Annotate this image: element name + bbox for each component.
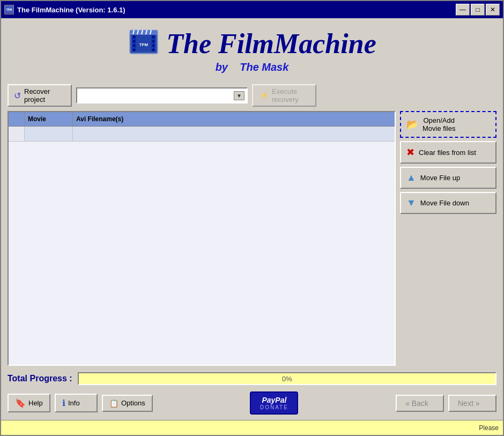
bottom-toolbar: 🔖 Help ℹ Info 📋 Options PayPal DONATE « …: [8, 391, 496, 415]
main-area: Movie Avi Filename(s) 📂 Open/AddMovie f: [8, 111, 496, 366]
col-check-header: [9, 112, 25, 126]
logo-icon: TFM: [128, 29, 160, 59]
svg-text:TFM: TFM: [139, 42, 149, 47]
execute-label: Executerecovery: [272, 87, 299, 104]
file-table: Movie Avi Filename(s): [8, 111, 396, 366]
execute-recovery-button[interactable]: ⚡ Executerecovery: [252, 84, 316, 107]
header-section: TFM The FilmMachine by The Mask: [8, 24, 496, 77]
title-bar-left: TFM The FilmMachine (Version: 1.6.1): [4, 5, 125, 14]
col-movie-header: Movie: [25, 112, 73, 126]
subtitle: by The Mask: [216, 61, 289, 73]
info-button[interactable]: ℹ Info: [55, 394, 98, 412]
options-icon: 📋: [109, 399, 118, 408]
back-button[interactable]: « Back: [396, 395, 444, 412]
clear-files-button[interactable]: ✖ Clear files from list: [400, 141, 496, 164]
svg-rect-13: [152, 45, 154, 47]
clear-icon: ✖: [406, 146, 414, 158]
side-buttons: 📂 Open/AddMovie files ✖ Clear files from…: [400, 111, 496, 366]
app-icon: TFM: [4, 5, 14, 14]
logo-row: TFM The FilmMachine: [128, 29, 376, 59]
table-row[interactable]: [9, 127, 395, 142]
progress-value: 0%: [282, 375, 292, 383]
clear-files-label: Clear files from list: [419, 149, 476, 157]
recover-label: Recoverproject: [24, 87, 50, 104]
paypal-text: PayPal: [262, 396, 286, 404]
paypal-donate-text: DONATE: [260, 404, 288, 410]
project-dropdown[interactable]: ▼: [76, 87, 248, 104]
move-down-label: Move File down: [420, 199, 469, 207]
next-arrow-icon: »: [476, 399, 480, 408]
table-empty-area: [9, 142, 395, 365]
move-up-label: Move File up: [420, 174, 460, 182]
arrow-down-icon: ▼: [406, 197, 416, 209]
status-bar: Please: [1, 420, 503, 435]
help-button[interactable]: 🔖 Help: [8, 394, 50, 412]
folder-icon: 📂: [406, 119, 418, 130]
next-button[interactable]: Next »: [448, 395, 496, 412]
main-content: TFM The FilmMachine by The Mask ↺ Recove…: [1, 18, 503, 420]
options-button[interactable]: 📋 Options: [102, 395, 153, 412]
svg-rect-9: [133, 45, 135, 47]
progress-bar: 0%: [78, 372, 496, 385]
svg-rect-11: [152, 36, 154, 38]
subtitle-author: The Mask: [240, 61, 288, 73]
help-label: Help: [28, 399, 43, 407]
title-bar-controls: — □ ✕: [456, 4, 500, 16]
status-right: Please: [479, 424, 499, 432]
svg-rect-8: [133, 40, 135, 42]
paypal-donate-button[interactable]: PayPal DONATE: [250, 391, 298, 415]
recover-project-button[interactable]: ↺ Recoverproject: [8, 84, 72, 107]
execute-icon: ⚡: [260, 91, 269, 100]
back-label: Back: [412, 399, 428, 408]
window-title: The FilmMachine (Version: 1.6.1): [17, 6, 125, 14]
cell-movie: [25, 127, 73, 141]
minimize-button[interactable]: —: [456, 4, 470, 16]
recover-icon: ↺: [14, 91, 21, 101]
progress-section: Total Progress : 0%: [8, 372, 496, 385]
open-add-label: Open/AddMovie files: [423, 116, 455, 132]
table-body: [9, 127, 395, 365]
svg-rect-7: [133, 36, 135, 38]
info-label: Info: [68, 399, 80, 407]
subtitle-by: by: [216, 61, 228, 73]
toolbar-row: ↺ Recoverproject ▼ ⚡ Executerecovery: [8, 84, 496, 107]
arrow-up-icon: ▲: [406, 172, 416, 183]
info-icon: ℹ: [62, 398, 65, 408]
close-button[interactable]: ✕: [486, 4, 500, 16]
progress-label: Total Progress :: [8, 374, 72, 383]
title-bar: TFM The FilmMachine (Version: 1.6.1) — □…: [1, 1, 503, 18]
move-file-down-button[interactable]: ▼ Move File down: [400, 192, 496, 214]
main-window: TFM The FilmMachine (Version: 1.6.1) — □…: [0, 0, 504, 436]
options-label: Options: [121, 399, 145, 407]
maximize-button[interactable]: □: [471, 4, 485, 16]
svg-rect-12: [152, 40, 154, 42]
svg-text:TFM: TFM: [6, 8, 13, 11]
open-add-button[interactable]: 📂 Open/AddMovie files: [400, 111, 496, 138]
svg-rect-10: [133, 49, 135, 51]
col-filename-header: Avi Filename(s): [73, 112, 395, 126]
move-file-up-button[interactable]: ▲ Move File up: [400, 167, 496, 189]
table-header: Movie Avi Filename(s): [9, 112, 395, 127]
cell-check: [9, 127, 25, 141]
dropdown-arrow-icon[interactable]: ▼: [234, 91, 244, 100]
next-label: Next: [458, 399, 473, 408]
app-title: The FilmMachine: [166, 30, 376, 58]
svg-rect-14: [152, 49, 154, 51]
cell-filename: [73, 127, 395, 141]
back-arrow-icon: «: [405, 399, 410, 408]
help-icon: 🔖: [15, 398, 26, 408]
